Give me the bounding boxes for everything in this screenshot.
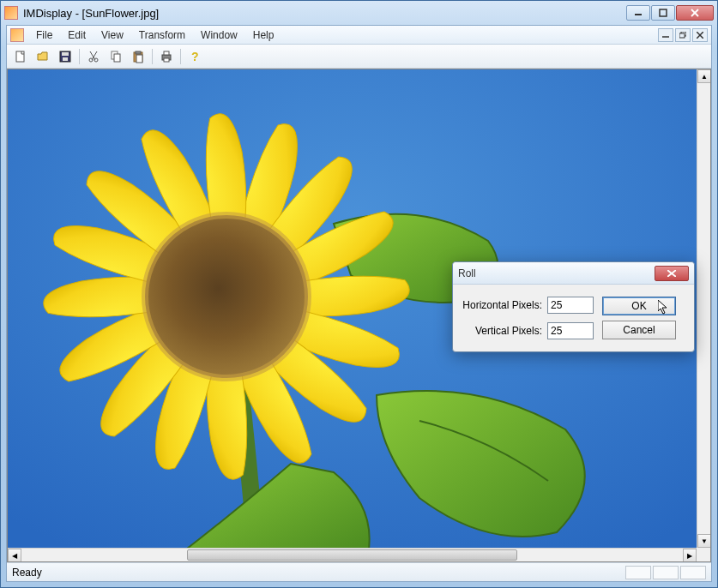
status-pane	[625, 566, 651, 579]
dialog-body: Horizontal Pixels: Vertical Pixels: OK C…	[453, 285, 694, 351]
svg-text:?: ?	[191, 50, 199, 63]
scroll-right-button[interactable]: ▶	[683, 549, 697, 562]
window-controls	[625, 5, 714, 21]
new-file-icon	[14, 50, 27, 63]
new-button[interactable]	[10, 47, 31, 66]
vertical-scrollbar[interactable]: ▲ ▼	[697, 69, 710, 548]
roll-dialog[interactable]: Roll Horizontal Pixels: Vertical Pixels:…	[452, 261, 695, 352]
help-button[interactable]: ?	[184, 47, 205, 66]
separator	[79, 49, 80, 64]
scroll-left-button[interactable]: ◀	[8, 549, 21, 562]
mdi-restore-button[interactable]	[675, 28, 691, 42]
svg-rect-6	[679, 33, 685, 38]
menu-file[interactable]: File	[29, 27, 59, 43]
scroll-thumb[interactable]	[187, 549, 518, 561]
dialog-title: Roll	[458, 267, 655, 279]
status-bar: Ready	[7, 562, 711, 581]
svg-rect-12	[63, 57, 68, 61]
document-icon[interactable]	[10, 28, 24, 42]
copy-icon	[109, 50, 123, 63]
svg-rect-20	[136, 51, 141, 54]
minimize-icon	[662, 32, 669, 39]
form-fields: Horizontal Pixels: Vertical Pixels:	[462, 297, 594, 339]
close-button[interactable]	[676, 5, 714, 21]
vertical-row: Vertical Pixels:	[462, 322, 594, 339]
menu-window[interactable]: Window	[194, 27, 244, 43]
menu-edit[interactable]: Edit	[61, 27, 93, 43]
save-disk-icon	[58, 50, 72, 63]
paste-icon	[131, 50, 145, 63]
scroll-up-button[interactable]: ▲	[697, 69, 711, 83]
cursor-icon	[658, 300, 670, 315]
close-icon	[667, 270, 676, 277]
toolbar: ?	[7, 45, 711, 69]
maximize-icon	[659, 9, 667, 17]
restore-icon	[679, 32, 686, 39]
vertical-label: Vertical Pixels:	[462, 325, 542, 337]
horizontal-scrollbar[interactable]: ◀ ▶	[8, 548, 697, 561]
cancel-button[interactable]: Cancel	[602, 321, 676, 339]
horizontal-row: Horizontal Pixels:	[462, 297, 594, 314]
dialog-titlebar[interactable]: Roll	[453, 262, 694, 285]
svg-rect-18	[114, 54, 120, 62]
horizontal-input[interactable]	[547, 297, 594, 314]
svg-rect-23	[164, 51, 169, 55]
mdi-close-button[interactable]	[692, 28, 708, 42]
minimize-icon	[634, 9, 643, 17]
cut-scissors-icon	[87, 50, 100, 63]
close-icon	[691, 9, 699, 17]
separator	[152, 49, 153, 64]
status-text: Ready	[12, 567, 624, 579]
mdi-minimize-button[interactable]	[658, 28, 673, 42]
status-pane	[653, 566, 679, 579]
svg-rect-1	[660, 9, 667, 16]
menubar: File Edit View Transform Window Help	[29, 27, 658, 43]
svg-rect-21	[136, 55, 142, 63]
maximize-button[interactable]	[651, 5, 675, 21]
help-question-icon: ?	[188, 50, 202, 63]
dialog-close-button[interactable]	[655, 266, 689, 281]
menu-transform[interactable]: Transform	[132, 27, 192, 43]
scrollbar-corner	[697, 548, 710, 561]
save-button[interactable]	[55, 47, 75, 66]
close-icon	[697, 32, 703, 39]
scroll-down-button[interactable]: ▼	[697, 534, 711, 548]
minimize-button[interactable]	[626, 5, 650, 21]
status-pane	[680, 566, 706, 579]
cut-button[interactable]	[83, 47, 104, 66]
svg-rect-24	[164, 58, 169, 62]
vertical-input[interactable]	[547, 322, 594, 339]
open-button[interactable]	[33, 47, 53, 66]
window-title: IMDisplay - [SunFlower.jpg]	[23, 7, 625, 20]
paste-button[interactable]	[128, 47, 148, 66]
copy-button[interactable]	[106, 47, 126, 66]
titlebar[interactable]: IMDisplay - [SunFlower.jpg]	[1, 1, 717, 25]
menu-help[interactable]: Help	[246, 27, 281, 43]
ok-button[interactable]: OK	[602, 297, 676, 315]
mdi-controls	[658, 28, 708, 42]
horizontal-label: Horizontal Pixels:	[462, 299, 542, 311]
svg-rect-11	[62, 52, 69, 56]
dialog-buttons: OK Cancel	[602, 297, 676, 339]
print-button[interactable]	[156, 47, 177, 66]
scroll-track[interactable]	[21, 549, 683, 561]
ok-label: OK	[631, 300, 646, 312]
app-icon	[4, 6, 18, 20]
separator	[180, 49, 181, 64]
svg-rect-9	[16, 51, 24, 62]
menu-bar: File Edit View Transform Window Help	[7, 26, 711, 45]
menu-view[interactable]: View	[94, 27, 130, 43]
print-icon	[160, 50, 173, 63]
open-folder-icon	[36, 50, 50, 63]
